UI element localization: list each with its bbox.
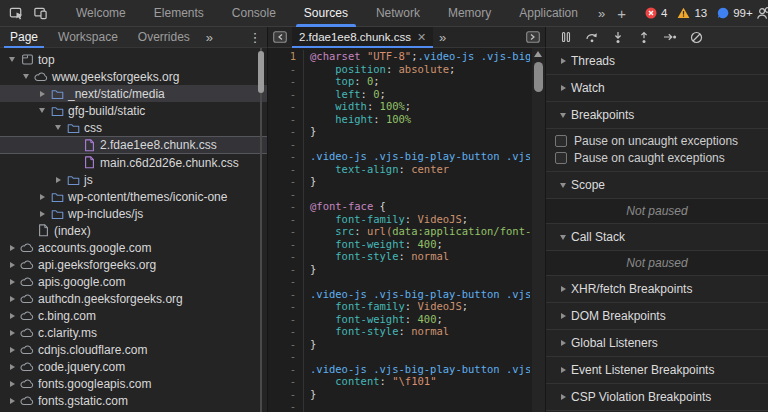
chevron-right-icon[interactable] xyxy=(5,262,19,268)
chevron-right-icon[interactable] xyxy=(5,398,19,404)
tree-item-c-bing-com[interactable]: c.bing.com xyxy=(0,307,267,324)
issues-badge[interactable]: 99+ xyxy=(714,7,756,19)
deactivate-breakpoints-icon[interactable] xyxy=(686,28,706,46)
chevron-down-icon[interactable] xyxy=(35,108,49,113)
step-out-icon[interactable] xyxy=(634,28,654,46)
tree-item-wp-content-themes-iconic-one[interactable]: wp-content/themes/iconic-one xyxy=(0,188,267,205)
section-breakpoints[interactable]: Breakpoints xyxy=(546,102,768,129)
editor-scrollbar-thumb[interactable] xyxy=(534,62,543,92)
tree-item-js[interactable]: js xyxy=(0,171,267,188)
chevron-right-icon[interactable] xyxy=(5,245,19,251)
tree-item-top[interactable]: top xyxy=(0,51,267,68)
navigator-tab-workspace[interactable]: Workspace xyxy=(48,27,128,48)
tree-item-code-jquery-com[interactable]: code.jquery.com xyxy=(0,358,267,375)
checkbox-row-pause-on-caught-exceptions[interactable]: Pause on caught exceptions xyxy=(546,149,768,166)
code-line: - font-style: normal xyxy=(268,250,545,263)
tab-application[interactable]: Application xyxy=(505,0,592,27)
navigator-tab-page[interactable]: Page xyxy=(0,27,48,48)
more-panels-icon[interactable]: » xyxy=(592,6,611,21)
section-xhr-fetch-breakpoints[interactable]: XHR/fetch Breakpoints xyxy=(546,276,768,303)
tree-item-gfg-build-static[interactable]: gfg-build/static xyxy=(0,102,267,119)
chevron-down-icon[interactable] xyxy=(19,74,33,79)
tree-scrollbar-thumb[interactable] xyxy=(258,51,264,93)
chevron-right-icon[interactable] xyxy=(35,194,49,200)
tab-welcome[interactable]: Welcome xyxy=(62,0,140,27)
navigator-menu-icon[interactable]: ⋮ xyxy=(247,26,263,48)
editor-scrollbar[interactable] xyxy=(532,48,545,412)
warning-badge[interactable]: 13 xyxy=(674,7,710,19)
section-call-stack[interactable]: Call Stack xyxy=(546,224,768,251)
chevron-right-icon[interactable] xyxy=(5,313,19,319)
tree-item-fonts-googleapis-com[interactable]: fonts.googleapis.com xyxy=(0,375,267,392)
section-global-listeners[interactable]: Global Listeners xyxy=(546,330,768,357)
file-tab[interactable]: 2.fdae1ee8.chunk.css ✕ xyxy=(292,27,433,48)
chevron-down-icon[interactable] xyxy=(51,125,65,130)
code-line: - top: 0; xyxy=(268,75,545,88)
step-icon[interactable] xyxy=(660,28,680,46)
chevron-right-icon[interactable] xyxy=(5,364,19,370)
tab-elements[interactable]: Elements xyxy=(140,0,218,27)
chevron-right-icon[interactable] xyxy=(51,177,65,183)
chevron-right-icon[interactable] xyxy=(5,279,19,285)
navigator-tab-overrides[interactable]: Overrides xyxy=(128,27,200,48)
more-editor-tabs-icon[interactable]: » xyxy=(433,30,452,45)
section-dom-breakpoints[interactable]: DOM Breakpoints xyxy=(546,303,768,330)
scroll-up-icon[interactable] xyxy=(534,51,542,57)
tree-item-css[interactable]: css xyxy=(0,119,267,136)
section-scope[interactable]: Scope xyxy=(546,172,768,199)
tree-item-fonts-gstatic-com[interactable]: fonts.gstatic.com xyxy=(0,392,267,409)
not-paused-message: Not paused xyxy=(546,251,768,276)
chevron-right-icon[interactable] xyxy=(5,330,19,336)
tree-item-main-c6d2d26e-chunk-css[interactable]: main.c6d2d26e.chunk.css xyxy=(0,154,267,171)
error-badge[interactable]: 4 xyxy=(642,7,670,19)
tree-item-wp-includes-js[interactable]: wp-includes/js xyxy=(0,205,267,222)
show-sidebar-icon[interactable] xyxy=(523,28,543,46)
checkbox-row-pause-on-uncaught-exceptions[interactable]: Pause on uncaught exceptions xyxy=(546,132,768,149)
chevron-right-icon[interactable] xyxy=(5,381,19,387)
tree-item-accounts-google-com[interactable]: accounts.google.com xyxy=(0,239,267,256)
checkbox[interactable] xyxy=(555,152,567,164)
code-line: - font-family: VideoJS; xyxy=(268,300,545,313)
tree-item-index[interactable]: (index) xyxy=(0,222,267,239)
tree-item-next-static-media[interactable]: _next/static/media xyxy=(0,85,267,102)
chevron-right-icon[interactable] xyxy=(5,296,19,302)
section-csp-violation-breakpoints[interactable]: CSP Violation Breakpoints xyxy=(546,384,768,411)
tab-memory[interactable]: Memory xyxy=(434,0,505,27)
chevron-down-icon[interactable] xyxy=(5,57,19,62)
line-number: - xyxy=(268,388,304,401)
tab-console[interactable]: Console xyxy=(218,0,290,27)
device-toolbar-icon[interactable] xyxy=(33,5,48,21)
tree-item-cdnjs-cloudflare-com[interactable]: cdnjs.cloudflare.com xyxy=(0,341,267,358)
add-panel-icon[interactable]: + xyxy=(611,5,632,22)
tree-scrollbar-track[interactable] xyxy=(260,48,262,412)
tree-item-2-fdae1ee8-chunk-css[interactable]: 2.fdae1ee8.chunk.css xyxy=(0,136,267,154)
chevron-right-icon[interactable] xyxy=(35,91,49,97)
folder-icon xyxy=(49,88,65,100)
tab-network[interactable]: Network xyxy=(362,0,434,27)
tree-item-api-geeksforgeeks-org[interactable]: api.geeksforgeeks.org xyxy=(0,256,267,273)
chevron-right-icon[interactable] xyxy=(35,211,49,217)
step-into-icon[interactable] xyxy=(608,28,628,46)
tree-item-www-geeksforgeeks-org[interactable]: www.geeksforgeeks.org xyxy=(0,68,267,85)
pause-icon[interactable] xyxy=(556,28,576,46)
file-tab-close-icon[interactable]: ✕ xyxy=(417,31,426,44)
code-editor[interactable]: 1@charset "UTF-8";.video-js .vjs-big-pla… xyxy=(268,48,546,412)
section-threads[interactable]: Threads xyxy=(546,48,768,75)
code-text: content: "\f101" xyxy=(304,375,530,388)
tree-item-label: css xyxy=(84,121,102,135)
hide-navigator-icon[interactable] xyxy=(270,28,290,46)
section-watch[interactable]: Watch xyxy=(546,75,768,102)
tree-item-apis-google-com[interactable]: apis.google.com xyxy=(0,273,267,290)
section-event-listener-breakpoints[interactable]: Event Listener Breakpoints xyxy=(546,357,768,384)
step-over-icon[interactable] xyxy=(582,28,602,46)
tree-item-c-clarity-ms[interactable]: c.clarity.ms xyxy=(0,324,267,341)
checkbox[interactable] xyxy=(555,135,567,147)
user-icon[interactable] xyxy=(756,2,768,24)
chevron-right-icon[interactable] xyxy=(5,347,19,353)
checkbox-label: Pause on caught exceptions xyxy=(574,151,725,165)
section-label: XHR/fetch Breakpoints xyxy=(571,282,692,296)
tree-item-authcdn-geeksforgeeks-org[interactable]: authcdn.geeksforgeeks.org xyxy=(0,290,267,307)
more-navigator-tabs-icon[interactable]: » xyxy=(200,30,219,45)
inspect-element-icon[interactable] xyxy=(9,5,24,21)
tab-sources[interactable]: Sources xyxy=(290,0,362,27)
